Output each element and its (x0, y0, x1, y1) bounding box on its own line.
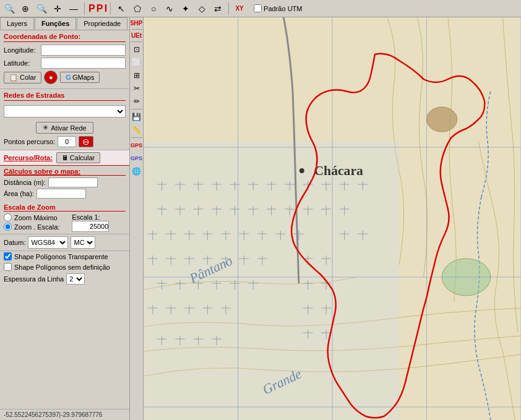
sem-def-row: Shape Polígonos sem definição (0, 262, 129, 272)
vert-sep-3 (131, 109, 142, 109)
longitude-input[interactable] (41, 45, 126, 56)
utm-label: Padrão UTM (264, 5, 302, 12)
zoom-max-row: Zoom Máximo (4, 213, 59, 221)
espessura-label: Espessura da Linha (4, 275, 64, 283)
calculos-section: Cálculos sobre o mapa: Distância (m): Ár… (0, 166, 129, 202)
gmaps-button[interactable]: G GMaps (60, 72, 100, 83)
tab-bar: Layers Funções Propriedade (0, 17, 129, 30)
vert-sep-4 (131, 137, 142, 138)
minus-icon[interactable]: — (67, 2, 80, 15)
line-icon[interactable]: ∿ (163, 2, 176, 15)
escala-title: Escala de Zoom (4, 204, 126, 212)
vert-icon-3[interactable]: ⊞ (131, 69, 143, 82)
utm-checkbox-label[interactable]: Padrão UTM (254, 4, 302, 12)
zoom-max-label: Zoom Máximo (14, 214, 58, 221)
tab-propriedade[interactable]: Propriedade (77, 17, 127, 30)
sem-def-checkbox[interactable] (4, 263, 12, 271)
datum-label: Datum: (4, 239, 25, 246)
zoom-in-icon[interactable]: ⊕ (19, 2, 32, 15)
left-panel: Layers Funções Propriedade Coordenadas d… (0, 17, 130, 420)
vert-icon-1[interactable]: ⊡ (131, 43, 143, 56)
map-area[interactable]: Chácara Pântano Grande (144, 17, 521, 420)
zoom-max-radio[interactable] (4, 213, 12, 221)
longitude-row: Longitude: (4, 45, 126, 56)
place-name-text: Chácara (314, 163, 363, 178)
redes-title: Redes de Estradas (4, 92, 126, 101)
toolbar-sep-2 (110, 2, 111, 15)
latitude-input[interactable] (41, 58, 126, 69)
datum-row: Datum: WGS84 SAD69 MC 19 21 (0, 234, 129, 251)
cursor-icon[interactable]: ↖ (114, 2, 128, 15)
toolbar-sep-3 (228, 2, 229, 15)
redes-section: Redes de Estradas ✳ Ativar Rede Pontos p… (0, 89, 129, 150)
espessura-row: Espessura da Linha 1 2 3 4 (0, 272, 129, 286)
pontos-input[interactable] (58, 136, 76, 147)
coordenadas-section: Coordenadas de Ponto: Longitude: Latitud… (0, 30, 129, 89)
pontos-label: Pontos percurso: (4, 138, 55, 145)
zoom-scale-label: Zoom . Escala: (14, 223, 59, 231)
percurso-row: Percurso/Rota: 🖩 Calcular (4, 152, 126, 163)
colar-button[interactable]: 📋 Colar (4, 72, 41, 84)
utm-checkbox[interactable] (254, 4, 262, 12)
vert-sep-2 (131, 41, 142, 42)
vert-icon-2[interactable]: ⬜ (131, 56, 143, 69)
vert-sep-1 (131, 29, 142, 30)
mc-select[interactable]: MC 19 21 (71, 236, 95, 249)
colar-gmaps-row: 📋 Colar ● G GMaps (4, 71, 126, 84)
vert-icon-5[interactable]: ✏ (131, 95, 143, 108)
calculos-title: Cálculos sobre o mapa: (4, 168, 126, 176)
circle-icon[interactable]: ○ (147, 2, 160, 15)
tab-layers[interactable]: Layers (0, 17, 34, 30)
distancia-input[interactable] (48, 178, 98, 187)
latitude-label: Latitude: (4, 59, 41, 67)
vert-icon-4[interactable]: ✂ (131, 82, 143, 95)
zoom-out-icon[interactable]: 🔍 (2, 2, 16, 15)
colar-icon: 📋 (9, 74, 18, 81)
redes-dropdown[interactable] (4, 105, 126, 118)
tab-funcoes[interactable]: Funções (35, 17, 76, 30)
escala-value-row: Escala 1: (72, 213, 109, 221)
coords-footer: -52.5522456275397|-29.979687776 (0, 409, 129, 420)
coord-icon[interactable]: XY (233, 2, 246, 15)
ativar-rede-button[interactable]: ✳ Ativar Rede (36, 122, 93, 134)
espessura-select[interactable]: 1 2 3 4 (66, 273, 85, 285)
gps-icon-2[interactable]: GPS (131, 152, 143, 165)
shape-icon[interactable]: ◇ (195, 2, 209, 15)
transparente-row: Shape Polígonos Transparente (0, 251, 129, 262)
map-svg: Chácara Pântano Grande (144, 17, 521, 420)
zoom-fit-icon[interactable]: 🔍 (35, 2, 48, 15)
calcular-button[interactable]: 🖩 Calcular (56, 152, 100, 163)
star-icon[interactable]: ✦ (179, 2, 192, 15)
zoom-scale-radio[interactable] (4, 223, 12, 231)
distancia-label: Distância (m): (4, 179, 46, 186)
red-dot-button[interactable]: ● (44, 71, 58, 84)
move-icon[interactable]: ✛ (51, 2, 64, 15)
pontos-row: Pontos percurso: ⊖ (4, 136, 126, 147)
right-container: 5HP UEt ⊡ ⬜ ⊞ ✂ ✏ 💾 📏 GPS GPS 🌐 (130, 17, 521, 420)
escala-input[interactable] (72, 221, 109, 232)
vert-toolbar: 5HP UEt ⊡ ⬜ ⊞ ✂ ✏ 💾 📏 GPS GPS 🌐 (130, 17, 144, 420)
main-content: Layers Funções Propriedade Coordenadas d… (0, 17, 521, 420)
gmaps-icon: G (66, 74, 71, 81)
transparente-label: Shape Polígonos Transparente (14, 253, 108, 260)
coordenadas-title: Coordenadas de Ponto: (4, 33, 126, 42)
svg-point-131 (427, 107, 457, 132)
vert-icon-save[interactable]: 💾 (131, 111, 143, 123)
longitude-label: Longitude: (4, 46, 41, 54)
escala-label: Escala 1: (72, 213, 100, 221)
datum-select[interactable]: WGS84 SAD69 (28, 236, 68, 249)
transparente-checkbox[interactable] (4, 252, 12, 260)
ativar-icon: ✳ (43, 124, 48, 132)
vert-icon-ruler[interactable]: 📏 (131, 124, 143, 136)
distancia-row: Distância (m): (4, 178, 126, 187)
transfer-icon[interactable]: ⇄ (211, 2, 225, 15)
area-input[interactable] (37, 189, 86, 199)
polygon-icon[interactable]: ⬠ (131, 2, 144, 15)
shp-label: 5HP (131, 19, 142, 28)
escala-section: Escala de Zoom Zoom Máximo Zoom . Escala… (0, 202, 129, 234)
gps-icon-1[interactable]: GPS (131, 139, 143, 152)
remove-ponto-button[interactable]: ⊖ (79, 136, 93, 147)
main-toolbar: 🔍 ⊕ 🔍 ✛ — P P I ↖ ⬠ ○ ∿ ✦ ◇ ⇄ XY Padrão … (0, 0, 521, 17)
uet-label: UEt (131, 31, 142, 40)
vert-icon-globe[interactable]: 🌐 (131, 165, 143, 178)
